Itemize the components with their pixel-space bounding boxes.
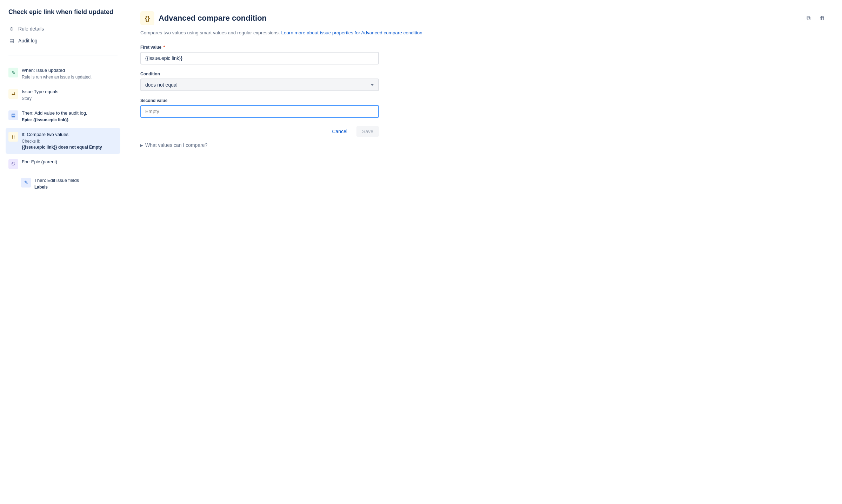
step-icon-audit: ▤ xyxy=(8,110,18,120)
step-content-edit-fields: Then: Edit issue fields Labels xyxy=(34,177,118,190)
second-value-group: Second value xyxy=(140,98,828,118)
copy-icon: ⧉ xyxy=(807,15,810,21)
sidebar-item-rule-details-label: Rule details xyxy=(18,26,44,32)
save-button[interactable]: Save xyxy=(356,126,379,137)
step-content-compare: If: Compare two values Checks if: {{issu… xyxy=(22,131,118,150)
collapsible-trigger[interactable]: ▶ What values can I compare? xyxy=(140,142,379,148)
step-add-audit-log[interactable]: ▤ Then: Add value to the audit log. Epic… xyxy=(6,107,120,127)
delete-icon: 🗑 xyxy=(820,15,825,21)
workflow-steps: ✎ When: Issue updated Rule is run when a… xyxy=(0,61,126,198)
panel-description: Compares two values using smart values a… xyxy=(140,29,828,36)
first-value-input[interactable] xyxy=(140,52,379,64)
step-content-issue-type: Issue Type equals Story xyxy=(22,89,118,102)
sidebar-item-rule-details[interactable]: ⊙ Rule details xyxy=(0,23,126,35)
step-title-compare: If: Compare two values xyxy=(22,131,118,138)
step-icon-compare: {} xyxy=(8,132,18,142)
step-edit-fields[interactable]: ✎ Then: Edit issue fields Labels xyxy=(18,174,120,194)
collapsible-section: ▶ What values can I compare? xyxy=(140,142,379,148)
rule-details-icon: ⊙ xyxy=(8,26,15,32)
second-value-label: Second value xyxy=(140,98,828,103)
panel-title: Advanced compare condition xyxy=(159,14,267,23)
step-compare-values[interactable]: {} If: Compare two values Checks if: {{i… xyxy=(6,128,120,154)
step-desc-edit-fields: Labels xyxy=(34,184,118,190)
step-title-edit-fields: Then: Edit issue fields xyxy=(34,177,118,184)
step-desc-compare: Checks if: {{issue.epic link}} does not … xyxy=(22,138,118,150)
step-when-issue-updated[interactable]: ✎ When: Issue updated Rule is run when a… xyxy=(6,64,120,84)
delete-button[interactable]: 🗑 xyxy=(817,13,828,24)
step-content-when: When: Issue updated Rule is run when an … xyxy=(22,67,118,80)
step-content-audit: Then: Add value to the audit log. Epic: … xyxy=(22,110,118,123)
first-value-required: * xyxy=(163,45,165,50)
sidebar-item-audit-log-label: Audit log xyxy=(18,38,37,43)
step-icon-issue-type: ⇄ xyxy=(8,89,18,99)
chevron-right-icon: ▶ xyxy=(140,143,143,147)
condition-select[interactable]: does not equal equals contains does not … xyxy=(140,79,379,91)
sidebar-divider xyxy=(8,55,118,55)
step-title-when: When: Issue updated xyxy=(22,67,118,74)
sidebar-menu: ⊙ Rule details ▤ Audit log xyxy=(0,23,126,52)
audit-log-icon: ▤ xyxy=(8,38,15,44)
step-issue-type[interactable]: ⇄ Issue Type equals Story xyxy=(6,85,120,105)
step-title-audit: Then: Add value to the audit log. xyxy=(22,110,118,116)
first-value-label: First value * xyxy=(140,45,828,50)
step-for-epic[interactable]: ⚇ For: Epic (parent) xyxy=(6,155,120,172)
first-value-group: First value * xyxy=(140,45,828,64)
main-content: {} Advanced compare condition ⧉ 🗑 Compar… xyxy=(126,0,842,504)
step-icon-for-epic: ⚇ xyxy=(8,159,18,169)
step-desc-issue-type: Story xyxy=(22,96,118,102)
copy-button[interactable]: ⧉ xyxy=(803,13,814,24)
step-title-for-epic: For: Epic (parent) xyxy=(22,159,118,165)
collapsible-label: What values can I compare? xyxy=(145,142,207,148)
sidebar-title: Check epic link when field updated xyxy=(0,8,126,23)
second-value-input[interactable] xyxy=(140,105,379,118)
sidebar-item-audit-log[interactable]: ▤ Audit log xyxy=(0,35,126,47)
condition-group: Condition does not equal equals contains… xyxy=(140,71,828,91)
step-desc-when: Rule is run when an issue is updated. xyxy=(22,74,118,80)
panel-header: {} Advanced compare condition ⧉ 🗑 xyxy=(140,11,828,25)
step-desc-audit: Epic: {{issue.epic link}} xyxy=(22,117,118,123)
condition-label: Condition xyxy=(140,71,828,76)
step-content-for-epic: For: Epic (parent) xyxy=(22,159,118,165)
panel-icon: {} xyxy=(140,11,154,25)
sidebar: Check epic link when field updated ⊙ Rul… xyxy=(0,0,126,504)
step-icon-when: ✎ xyxy=(8,68,18,77)
panel-actions: ⧉ 🗑 xyxy=(803,13,828,24)
step-icon-edit-fields: ✎ xyxy=(21,178,31,188)
learn-more-link[interactable]: Learn more about issue properties for Ad… xyxy=(281,30,423,35)
step-title-issue-type: Issue Type equals xyxy=(22,89,118,95)
form-actions: Cancel Save xyxy=(140,126,379,137)
cancel-button[interactable]: Cancel xyxy=(326,126,353,137)
